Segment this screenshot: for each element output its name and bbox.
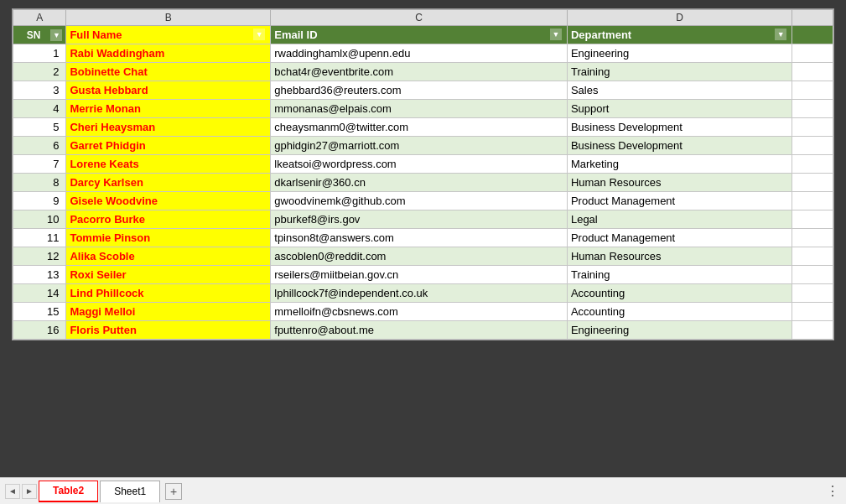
filter-sn-icon[interactable]: ▼ <box>50 29 62 41</box>
cell-dept-3: Training <box>567 63 792 81</box>
row-num-1: SN ▼ <box>13 26 66 44</box>
row-num-6: 5 <box>13 118 66 137</box>
row-num-12: 11 <box>13 229 66 247</box>
row-num-4: 3 <box>13 81 66 100</box>
cell-name-15: Lind Phillcock <box>66 284 271 303</box>
cell-name-9: Darcy Karlsen <box>66 174 271 192</box>
cell-extra-11 <box>792 210 833 229</box>
col-header-extra <box>792 10 833 26</box>
cell-email-16: mmelloifn@cbsnews.com <box>271 303 568 321</box>
cell-extra-10 <box>792 192 833 210</box>
tab-menu-btn[interactable]: ⋮ <box>824 483 841 500</box>
cell-extra-13 <box>792 247 833 266</box>
cell-name-12: Tommie Pinson <box>66 229 271 247</box>
cell-dept-8: Marketing <box>567 155 792 174</box>
cell-name-17: Floris Putten <box>66 321 271 340</box>
cell-name-5: Merrie Monan <box>66 100 271 118</box>
cell-name-13: Alika Scoble <box>66 247 271 266</box>
cell-dept-5: Support <box>567 100 792 118</box>
row-num-16: 15 <box>13 303 66 321</box>
cell-email-15: lphillcock7f@independent.co.uk <box>271 284 568 303</box>
cell-extra-2 <box>792 44 833 63</box>
cell-name-11: Pacorro Burke <box>66 210 271 229</box>
filter-dept-icon[interactable]: ▼ <box>775 29 786 40</box>
cell-extra-8 <box>792 155 833 174</box>
cell-email-14: rseilers@miitbeian.gov.cn <box>271 266 568 284</box>
row-num-15: 14 <box>13 284 66 303</box>
col-header-d: D <box>567 10 792 26</box>
row-num-14: 13 <box>13 266 66 284</box>
cell-email-6: cheaysmanm0@twitter.com <box>271 118 568 137</box>
tab-next-btn[interactable]: ► <box>22 484 37 499</box>
cell-email-11: pburkef8@irs.gov <box>271 210 568 229</box>
col-header-a: A <box>13 10 66 26</box>
row-num-10: 9 <box>13 192 66 210</box>
header-full-name: Full Name ▼ <box>66 26 271 44</box>
cell-extra-14 <box>792 266 833 284</box>
filter-full-name-icon[interactable]: ▼ <box>253 29 265 40</box>
cell-extra-9 <box>792 174 833 192</box>
cell-email-10: gwoodvinemk@github.com <box>271 192 568 210</box>
column-header-row: A B C D <box>13 10 833 26</box>
cell-dept-11: Legal <box>567 210 792 229</box>
row-num-2: 1 <box>13 44 66 63</box>
cell-extra-17 <box>792 321 833 340</box>
cell-dept-15: Accounting <box>567 284 792 303</box>
row-num-11: 10 <box>13 210 66 229</box>
cell-extra-15 <box>792 284 833 303</box>
cell-email-17: fputtenro@about.me <box>271 321 568 340</box>
cell-dept-2: Engineering <box>567 44 792 63</box>
col-header-c: C <box>271 10 568 26</box>
header-email-id: Email ID ▼ <box>271 26 568 44</box>
tab-table2[interactable]: Table2 <box>39 481 98 502</box>
cell-name-6: Cheri Heaysman <box>66 118 271 137</box>
cell-email-12: tpinson8t@answers.com <box>271 229 568 247</box>
cell-email-8: lkeatsoi@wordpress.com <box>271 155 568 174</box>
cell-name-3: Bobinette Chat <box>66 63 271 81</box>
row-num-9: 8 <box>13 174 66 192</box>
cell-dept-17: Engineering <box>567 321 792 340</box>
tab-add-btn[interactable]: + <box>165 483 182 500</box>
cell-dept-7: Business Development <box>567 137 792 155</box>
cell-name-8: Lorene Keats <box>66 155 271 174</box>
cell-email-3: bchat4r@eventbrite.com <box>271 63 568 81</box>
cell-name-10: Gisele Woodvine <box>66 192 271 210</box>
cell-email-4: ghebbard36@reuters.com <box>271 81 568 100</box>
cell-dept-14: Training <box>567 266 792 284</box>
cell-extra-4 <box>792 81 833 100</box>
col-header-b: B <box>66 10 271 26</box>
row-num-3: 2 <box>13 63 66 81</box>
cell-dept-13: Human Resources <box>567 247 792 266</box>
cell-extra-5 <box>792 100 833 118</box>
cell-extra-6 <box>792 118 833 137</box>
cell-dept-6: Business Development <box>567 118 792 137</box>
cell-email-5: mmonanas@elpais.com <box>271 100 568 118</box>
cell-name-7: Garret Phidgin <box>66 137 271 155</box>
row-num-8: 7 <box>13 155 66 174</box>
header-extra <box>792 26 833 44</box>
filter-email-icon[interactable]: ▼ <box>550 29 562 40</box>
cell-extra-16 <box>792 303 833 321</box>
table-header-row: SN ▼ Full Name ▼ Email ID ▼ Department ▼ <box>13 26 833 44</box>
cell-dept-9: Human Resources <box>567 174 792 192</box>
spreadsheet-table: A B C D SN ▼ Full Name ▼ Email ID ▼ <box>13 9 833 340</box>
tab-prev-btn[interactable]: ◄ <box>5 484 20 499</box>
cell-name-2: Rabi Waddingham <box>66 44 271 63</box>
cell-extra-3 <box>792 63 833 81</box>
header-department: Department ▼ <box>567 26 792 44</box>
tab-sheet1[interactable]: Sheet1 <box>100 481 160 502</box>
cell-email-13: ascoblen0@reddit.com <box>271 247 568 266</box>
row-num-13: 12 <box>13 247 66 266</box>
cell-extra-12 <box>792 229 833 247</box>
cell-name-14: Roxi Seiler <box>66 266 271 284</box>
row-num-5: 4 <box>13 100 66 118</box>
cell-dept-4: Sales <box>567 81 792 100</box>
cell-name-4: Gusta Hebbard <box>66 81 271 100</box>
row-num-7: 6 <box>13 137 66 155</box>
cell-extra-7 <box>792 137 833 155</box>
cell-dept-10: Product Management <box>567 192 792 210</box>
cell-email-2: rwaddinghamlx@upenn.edu <box>271 44 568 63</box>
cell-dept-16: Accounting <box>567 303 792 321</box>
cell-name-16: Maggi Melloi <box>66 303 271 321</box>
cell-dept-12: Product Management <box>567 229 792 247</box>
